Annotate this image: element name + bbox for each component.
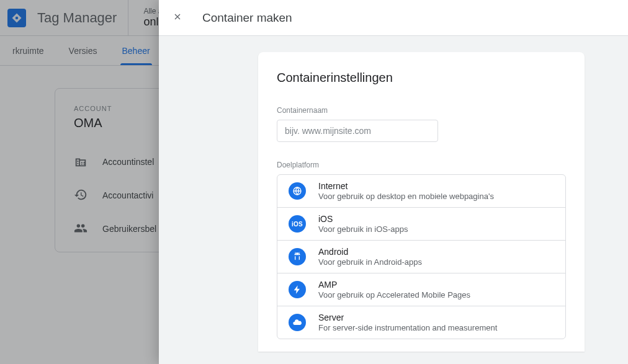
- platform-option-amp[interactable]: AMP Voor gebruik op Accelerated Mobile P…: [277, 273, 565, 306]
- close-button[interactable]: [168, 8, 187, 28]
- option-title: Server: [318, 313, 497, 322]
- platform-label: Doelplatform: [277, 161, 566, 169]
- platform-option-web[interactable]: Internet Voor gebruik op desktop en mobi…: [277, 175, 565, 207]
- settings-card: Containerinstellingen Containernaam Doel…: [258, 52, 585, 352]
- cloud-icon: [289, 314, 306, 331]
- android-icon: [289, 248, 306, 265]
- option-title: Android: [318, 247, 422, 257]
- option-title: iOS: [318, 214, 408, 224]
- container-name-label: Containernaam: [277, 106, 566, 115]
- option-desc: Voor gebruik op desktop en mobiele webpa…: [318, 192, 494, 201]
- container-name-input[interactable]: [277, 120, 438, 142]
- close-icon: [173, 12, 182, 24]
- card-title: Containerinstellingen: [277, 71, 566, 85]
- option-desc: Voor gebruik op Accelerated Mobile Pages: [318, 290, 470, 300]
- option-desc: For server-side instrumentation and meas…: [318, 323, 497, 332]
- amp-icon: [289, 281, 306, 298]
- platform-option-android[interactable]: Android Voor gebruik in Android-apps: [277, 240, 565, 273]
- create-container-modal: Container maken Containerinstellingen Co…: [159, 0, 628, 364]
- modal-header: Container maken: [159, 0, 628, 36]
- platform-list: Internet Voor gebruik op desktop en mobi…: [277, 174, 566, 339]
- ios-icon: iOS: [289, 215, 306, 233]
- globe-icon: [289, 182, 306, 200]
- option-title: Internet: [318, 181, 494, 191]
- platform-option-server[interactable]: Server For server-side instrumentation a…: [277, 306, 565, 339]
- option-desc: Voor gebruik in iOS-apps: [318, 224, 408, 234]
- platform-option-ios[interactable]: iOS iOS Voor gebruik in iOS-apps: [277, 207, 565, 240]
- modal-title: Container maken: [202, 11, 292, 25]
- option-title: AMP: [318, 280, 470, 290]
- option-desc: Voor gebruik in Android-apps: [318, 257, 422, 267]
